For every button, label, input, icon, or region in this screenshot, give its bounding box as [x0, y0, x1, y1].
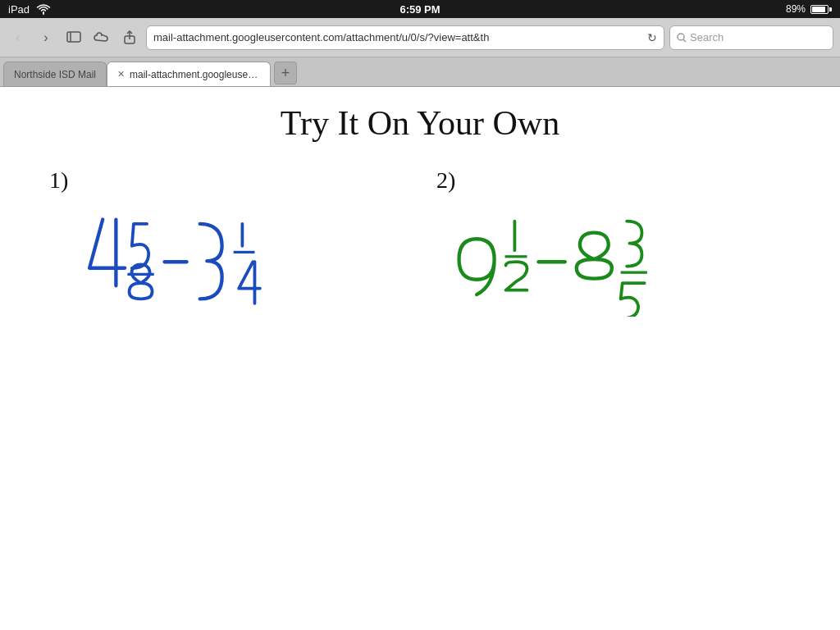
problem-1: 1)	[33, 167, 420, 317]
search-bar[interactable]: Search	[669, 25, 833, 50]
status-bar: iPad 6:59 PM 89%	[0, 0, 840, 18]
problems-row: 1)	[33, 167, 807, 317]
problem-1-expression	[49, 202, 404, 317]
battery-pct-label: 89%	[786, 3, 806, 15]
svg-rect-0	[67, 32, 80, 42]
browser-toolbar: ‹ › mail-attachment.googleusercontent.co…	[0, 18, 840, 57]
status-left: iPad	[8, 3, 51, 16]
share-button[interactable]	[118, 26, 141, 49]
page-title: Try It On Your Own	[281, 103, 559, 143]
tab-northside-label: Northside ISD Mail	[14, 69, 96, 80]
problem-2-number: 2)	[436, 167, 791, 194]
status-time: 6:59 PM	[399, 3, 440, 16]
battery-icon	[810, 5, 832, 14]
url-text: mail-attachment.googleusercontent.com/at…	[153, 31, 489, 43]
search-placeholder: Search	[690, 31, 724, 43]
svg-point-4	[678, 34, 684, 40]
status-right: 89%	[786, 3, 832, 15]
refresh-icon[interactable]: ↻	[647, 31, 657, 44]
tab-close-icon[interactable]: ✕	[117, 69, 125, 80]
problem-1-number: 1)	[49, 167, 404, 194]
page-content: Try It On Your Own 1)	[0, 87, 840, 630]
tab-northside[interactable]: Northside ISD Mail	[3, 62, 107, 86]
icloud-button[interactable]	[90, 26, 113, 49]
problem-2-expression	[436, 202, 791, 317]
forward-button[interactable]: ›	[34, 26, 57, 49]
back-button[interactable]: ‹	[7, 26, 30, 49]
device-label: iPad	[8, 3, 30, 16]
new-tab-button[interactable]: +	[274, 62, 297, 84]
tab-attachment[interactable]: ✕ mail-attachment.googleusercontent.com/…	[107, 62, 271, 86]
svg-line-5	[683, 39, 686, 42]
search-icon	[677, 33, 687, 43]
tabs-bar: Northside ISD Mail ✕ mail-attachment.goo…	[0, 57, 840, 87]
wifi-icon	[36, 3, 51, 15]
url-bar[interactable]: mail-attachment.googleusercontent.com/at…	[146, 25, 664, 50]
tab-attachment-label: mail-attachment.googleusercontent.com/at…	[130, 69, 260, 80]
problem-2: 2)	[420, 167, 807, 317]
bookmarks-button[interactable]	[62, 26, 85, 49]
